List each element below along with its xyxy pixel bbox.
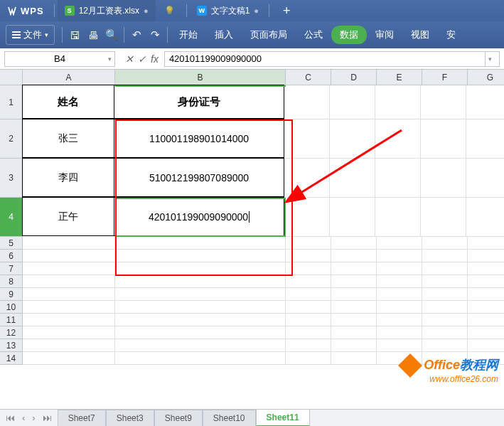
cancel-icon[interactable]: ✕ [125,53,134,65]
cell[interactable] [286,314,331,326]
cell-C2[interactable] [284,119,330,159]
cell-A4[interactable]: 正午 [22,197,114,236]
row-header-3[interactable]: 3 [0,159,23,198]
cell[interactable] [422,288,468,301]
cell[interactable] [468,314,504,326]
cell[interactable] [422,275,468,288]
print-icon[interactable]: 🖶 [84,26,102,44]
cell-A2[interactable]: 张三 [22,119,114,158]
cell-B13[interactable] [115,339,286,352]
cell-C3[interactable] [284,159,330,198]
cell[interactable] [286,326,331,339]
cell-B12[interactable] [115,326,286,339]
cell-A6[interactable] [23,250,115,262]
cell-A14[interactable] [23,352,115,365]
col-header-E[interactable]: E [377,70,422,85]
row-header-7[interactable]: 7 [0,262,23,275]
cell[interactable] [377,339,422,352]
row-header-11[interactable]: 11 [0,314,23,326]
cell-A5[interactable] [23,237,115,250]
menu-security[interactable]: 安 [438,24,464,46]
cell[interactable] [468,326,504,339]
cell[interactable] [377,301,422,314]
sheet-nav-next-icon[interactable]: › [29,412,38,423]
document-tab-1[interactable]: S 12月工资表.xlsx ● [58,0,156,21]
fx-icon[interactable]: fx [151,53,159,65]
sheet-tab[interactable]: Sheet7 [58,410,106,427]
cell-G4[interactable] [466,198,504,237]
row-header-9[interactable]: 9 [0,288,23,301]
save-icon[interactable]: 🖫 [65,26,84,44]
cell[interactable] [286,250,331,262]
cell[interactable] [468,301,504,314]
cell[interactable] [422,250,468,262]
cell-G3[interactable] [466,159,504,198]
cell-B10[interactable] [115,301,286,314]
menu-review[interactable]: 审阅 [367,24,402,46]
cell[interactable] [377,288,422,301]
cell-A7[interactable] [23,262,115,275]
cell[interactable] [286,237,331,250]
row-header-13[interactable]: 13 [0,339,23,352]
cell[interactable] [377,275,422,288]
cell-A1[interactable]: 姓名 [22,85,114,119]
row-header-12[interactable]: 12 [0,326,23,339]
name-box[interactable]: B4 ▾ [4,51,115,67]
row-header-4[interactable]: 4 [0,198,23,237]
sheet-tab[interactable]: Sheet9 [154,410,203,427]
cell[interactable] [331,288,377,301]
col-header-F[interactable]: F [422,70,468,85]
cell[interactable] [422,339,468,352]
cell-D1[interactable] [330,85,375,119]
cell[interactable] [422,262,468,275]
cell-G1[interactable] [466,85,504,119]
cell[interactable] [468,262,504,275]
cell-A9[interactable] [23,288,115,301]
undo-icon[interactable]: ↶ [127,26,146,44]
col-header-D[interactable]: D [331,70,377,85]
cell-F4[interactable] [421,198,466,237]
cell[interactable] [468,250,504,262]
new-tab-button[interactable]: + [272,4,301,18]
cell-B14[interactable] [115,352,286,365]
menu-data[interactable]: 数据 [331,26,367,44]
row-header-10[interactable]: 10 [0,301,23,314]
cell-E2[interactable] [375,119,421,159]
cell[interactable] [377,237,422,250]
cell-B8[interactable] [115,275,286,288]
cell-E4[interactable] [375,198,421,237]
cell-A3[interactable]: 李四 [22,158,114,197]
cell-F3[interactable] [421,159,466,198]
cell-A13[interactable] [23,339,115,352]
cell-G2[interactable] [466,119,504,159]
cell-B5[interactable] [115,237,286,250]
cell-B6[interactable] [115,250,286,262]
menu-view[interactable]: 视图 [402,24,438,46]
row-header-5[interactable]: 5 [0,237,23,250]
cell[interactable] [377,314,422,326]
cell-E3[interactable] [375,159,421,198]
cell-B3[interactable]: 510012199807089000 [114,158,284,197]
preview-icon[interactable]: 🔍 [102,26,121,44]
cell[interactable] [331,275,377,288]
cell[interactable] [422,237,468,250]
cell[interactable] [286,288,331,301]
cell[interactable] [377,262,422,275]
cell[interactable] [331,262,377,275]
cell-B4[interactable]: 420101199009090000 [114,197,284,236]
cell-A11[interactable] [23,314,115,326]
cell-C4[interactable] [284,198,330,237]
cell-B1[interactable]: 身份证号 [114,85,284,119]
file-menu[interactable]: 文件 ▾ [6,25,55,45]
cell[interactable] [331,352,377,365]
cell[interactable] [422,301,468,314]
col-header-A[interactable]: A [23,70,115,85]
cell[interactable] [286,301,331,314]
cell[interactable] [286,352,331,365]
formula-input[interactable]: 420101199009090000 ▾ [164,51,500,67]
sheet-nav-prev-icon[interactable]: ‹ [19,412,28,423]
cell-A8[interactable] [23,275,115,288]
cell-A10[interactable] [23,301,115,314]
cell-B9[interactable] [115,288,286,301]
cell-B7[interactable] [115,262,286,275]
